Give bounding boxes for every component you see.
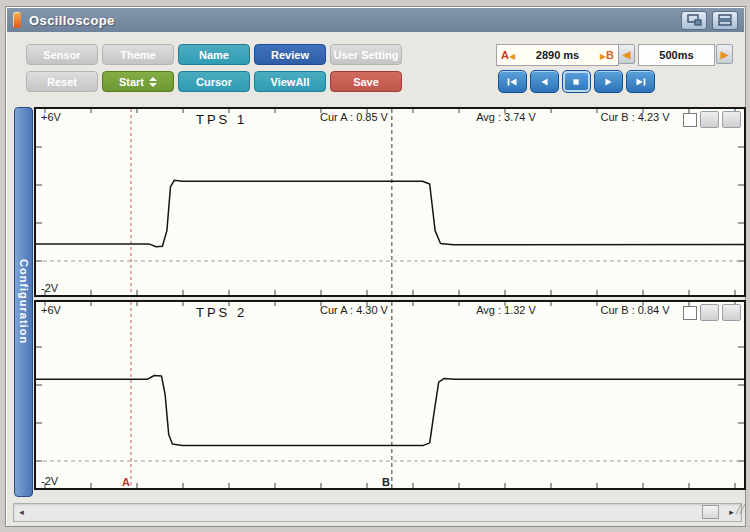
viewall-button[interactable]: ViewAll: [254, 71, 326, 92]
voltage-min-label: -2V: [41, 475, 58, 487]
cursor-button[interactable]: Cursor: [178, 71, 250, 92]
restore-windows-button[interactable]: [681, 11, 707, 30]
name-button[interactable]: Name: [178, 44, 250, 65]
stop-icon: [569, 75, 584, 89]
scroll-left-button[interactable]: ◂: [15, 505, 28, 518]
average-readout: Avg : 1.32 V: [441, 304, 571, 316]
toolbar: Sensor Theme Name Review User Setting Re…: [7, 32, 744, 104]
play-button[interactable]: [594, 70, 623, 93]
cursor-a-readout: Cur A : 4.30 V: [284, 304, 424, 316]
channel-close-button[interactable]: [722, 111, 741, 128]
oscilloscope-app: Oscilloscope Sensor: [0, 0, 750, 532]
app-window: Oscilloscope Sensor: [5, 6, 746, 527]
channel-panel-tps1: +6V TPS 1 Cur A : 0.85 V Avg : 3.74 V Cu…: [34, 107, 746, 297]
horizontal-scrollbar[interactable]: ◂ ▸: [13, 503, 742, 522]
start-spinner-icon: [149, 77, 157, 87]
close-icon: [683, 111, 750, 297]
cursor-a-readout: Cur A : 0.85 V: [284, 111, 424, 123]
cursor-a-label[interactable]: A: [122, 476, 130, 488]
start-button-label: Start: [119, 76, 144, 88]
sensor-button[interactable]: Sensor: [26, 44, 98, 65]
playback-controls: [498, 70, 655, 93]
cursor-a-arrow-icon: ◀: [509, 52, 515, 61]
ab-cursor-range-display: A◀ 2890 ms ▶B: [496, 44, 619, 66]
stop-button[interactable]: [562, 70, 591, 93]
waveform-plot-tps1[interactable]: [36, 109, 744, 295]
user-setting-button[interactable]: User Setting: [330, 44, 402, 65]
cursor-b-readout: Cur B : 4.23 V: [576, 111, 694, 123]
channel-name: TPS 2: [196, 305, 247, 320]
resize-grip-icon[interactable]: ╱╱: [736, 504, 746, 518]
channel-name: TPS 1: [196, 112, 247, 127]
cursor-a-tag: A: [501, 49, 509, 61]
start-button[interactable]: Start: [102, 71, 174, 92]
channel-close-button[interactable]: [722, 304, 741, 321]
title-bar: Oscilloscope: [7, 8, 744, 33]
review-button[interactable]: Review: [254, 44, 326, 65]
tile-windows-icon: [718, 14, 732, 26]
reset-button[interactable]: Reset: [26, 71, 98, 92]
skip-to-start-button[interactable]: [498, 70, 527, 93]
app-icon: [13, 12, 21, 28]
scrollbar-thumb[interactable]: [702, 505, 719, 519]
close-icon: [683, 304, 750, 490]
cursor-b-tag: B: [606, 49, 614, 61]
cursor-b-readout: Cur B : 0.84 V: [576, 304, 694, 316]
configuration-tab[interactable]: Configuration: [14, 107, 33, 497]
average-readout: Avg : 3.74 V: [441, 111, 571, 123]
voltage-max-label: +6V: [41, 111, 61, 123]
theme-button[interactable]: Theme: [102, 44, 174, 65]
step-back-button[interactable]: [530, 70, 559, 93]
channel-panel-tps2: +6V TPS 2 Cur A : 4.30 V Avg : 1.32 V Cu…: [34, 300, 746, 490]
voltage-max-label: +6V: [41, 304, 61, 316]
ab-range-value: 2890 ms: [536, 49, 579, 61]
timebase-increase-button[interactable]: ▶: [716, 44, 733, 64]
step-back-icon: [537, 75, 552, 89]
restore-windows-icon: [687, 14, 702, 26]
save-button[interactable]: Save: [330, 71, 402, 92]
waveform-plot-tps2[interactable]: [36, 302, 744, 488]
skip-to-end-icon: [633, 75, 648, 89]
cursor-b-label[interactable]: B: [382, 476, 390, 488]
window-title: Oscilloscope: [29, 13, 115, 28]
tile-windows-button[interactable]: [712, 11, 738, 30]
timebase-display: 500ms: [638, 44, 715, 66]
configuration-tab-label: Configuration: [18, 259, 30, 344]
voltage-min-label: -2V: [41, 282, 58, 294]
timebase-decrease-button[interactable]: ◀: [618, 44, 635, 64]
play-icon: [601, 75, 616, 89]
skip-to-start-icon: [505, 75, 520, 89]
skip-to-end-button[interactable]: [626, 70, 655, 93]
